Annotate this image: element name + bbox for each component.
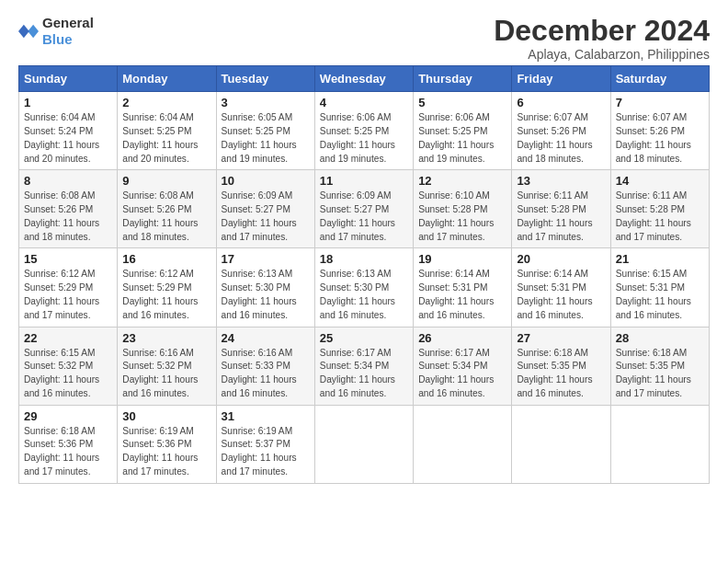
header: General Blue December 2024 Aplaya, Calab… — [18, 15, 710, 62]
logo-icon — [18, 21, 39, 41]
calendar-week-row: 8Sunrise: 6:08 AMSunset: 5:26 PMDaylight… — [19, 170, 710, 248]
day-number: 20 — [517, 252, 605, 266]
calendar-cell — [610, 405, 709, 483]
calendar-cell: 19Sunrise: 6:14 AMSunset: 5:31 PMDayligh… — [414, 248, 512, 327]
calendar-cell — [414, 405, 512, 483]
day-detail: Sunrise: 6:18 AMSunset: 5:36 PMDaylight:… — [24, 425, 112, 479]
day-number: 12 — [418, 174, 506, 188]
day-detail: Sunrise: 6:17 AMSunset: 5:34 PMDaylight:… — [320, 347, 408, 401]
day-number: 7 — [616, 96, 704, 109]
day-number: 16 — [122, 252, 210, 266]
calendar-cell: 20Sunrise: 6:14 AMSunset: 5:31 PMDayligh… — [512, 248, 610, 327]
day-detail: Sunrise: 6:15 AMSunset: 5:32 PMDaylight:… — [24, 347, 112, 401]
day-detail: Sunrise: 6:09 AMSunset: 5:27 PMDaylight:… — [222, 190, 310, 244]
day-detail: Sunrise: 6:16 AMSunset: 5:33 PMDaylight:… — [222, 347, 310, 401]
day-number: 5 — [418, 96, 506, 109]
calendar-cell: 23Sunrise: 6:16 AMSunset: 5:32 PMDayligh… — [118, 327, 216, 405]
calendar-cell: 22Sunrise: 6:15 AMSunset: 5:32 PMDayligh… — [19, 327, 118, 405]
day-detail: Sunrise: 6:11 AMSunset: 5:28 PMDaylight:… — [517, 190, 605, 244]
day-detail: Sunrise: 6:19 AMSunset: 5:36 PMDaylight:… — [122, 425, 210, 479]
calendar-cell: 7Sunrise: 6:07 AMSunset: 5:26 PMDaylight… — [610, 92, 709, 170]
day-number: 14 — [616, 174, 704, 188]
day-number: 1 — [24, 96, 112, 109]
day-number: 10 — [222, 174, 310, 188]
day-number: 3 — [222, 96, 310, 109]
day-number: 29 — [24, 409, 112, 423]
calendar-cell: 26Sunrise: 6:17 AMSunset: 5:34 PMDayligh… — [414, 327, 512, 405]
calendar-cell: 30Sunrise: 6:19 AMSunset: 5:36 PMDayligh… — [118, 405, 216, 483]
logo: General Blue — [18, 15, 94, 48]
title-block: December 2024 Aplaya, Calabarzon, Philip… — [494, 15, 710, 62]
month-title: December 2024 — [494, 15, 710, 47]
calendar-cell: 10Sunrise: 6:09 AMSunset: 5:27 PMDayligh… — [216, 170, 314, 248]
header-thursday: Thursday — [414, 66, 512, 92]
header-friday: Friday — [512, 66, 610, 92]
day-number: 19 — [418, 252, 506, 266]
day-number: 31 — [222, 409, 310, 423]
location-subtitle: Aplaya, Calabarzon, Philippines — [494, 47, 710, 62]
calendar-cell: 13Sunrise: 6:11 AMSunset: 5:28 PMDayligh… — [512, 170, 610, 248]
day-number: 26 — [418, 331, 506, 345]
calendar-cell: 17Sunrise: 6:13 AMSunset: 5:30 PMDayligh… — [216, 248, 314, 327]
header-tuesday: Tuesday — [216, 66, 314, 92]
day-detail: Sunrise: 6:11 AMSunset: 5:28 PMDaylight:… — [616, 190, 704, 244]
calendar-cell: 9Sunrise: 6:08 AMSunset: 5:26 PMDaylight… — [118, 170, 216, 248]
day-detail: Sunrise: 6:17 AMSunset: 5:34 PMDaylight:… — [418, 347, 506, 401]
calendar-week-row: 1Sunrise: 6:04 AMSunset: 5:24 PMDaylight… — [19, 92, 710, 170]
day-detail: Sunrise: 6:18 AMSunset: 5:35 PMDaylight:… — [517, 347, 605, 401]
day-detail: Sunrise: 6:12 AMSunset: 5:29 PMDaylight:… — [24, 268, 112, 322]
calendar-cell: 14Sunrise: 6:11 AMSunset: 5:28 PMDayligh… — [610, 170, 709, 248]
calendar-week-row: 29Sunrise: 6:18 AMSunset: 5:36 PMDayligh… — [19, 405, 710, 483]
calendar-cell: 1Sunrise: 6:04 AMSunset: 5:24 PMDaylight… — [19, 92, 118, 170]
day-number: 17 — [222, 252, 310, 266]
header-wednesday: Wednesday — [314, 66, 413, 92]
calendar-cell: 5Sunrise: 6:06 AMSunset: 5:25 PMDaylight… — [414, 92, 512, 170]
header-monday: Monday — [118, 66, 216, 92]
day-number: 4 — [320, 96, 408, 109]
day-detail: Sunrise: 6:15 AMSunset: 5:31 PMDaylight:… — [616, 268, 704, 322]
day-detail: Sunrise: 6:13 AMSunset: 5:30 PMDaylight:… — [222, 268, 310, 322]
calendar-cell: 27Sunrise: 6:18 AMSunset: 5:35 PMDayligh… — [512, 327, 610, 405]
calendar-cell: 15Sunrise: 6:12 AMSunset: 5:29 PMDayligh… — [19, 248, 118, 327]
day-number: 21 — [616, 252, 704, 266]
day-number: 15 — [24, 252, 112, 266]
day-detail: Sunrise: 6:06 AMSunset: 5:25 PMDaylight:… — [418, 111, 506, 166]
day-number: 23 — [122, 331, 210, 345]
calendar-cell: 8Sunrise: 6:08 AMSunset: 5:26 PMDaylight… — [19, 170, 118, 248]
calendar-week-row: 15Sunrise: 6:12 AMSunset: 5:29 PMDayligh… — [19, 248, 710, 327]
day-detail: Sunrise: 6:18 AMSunset: 5:35 PMDaylight:… — [616, 347, 704, 401]
calendar-cell: 24Sunrise: 6:16 AMSunset: 5:33 PMDayligh… — [216, 327, 314, 405]
header-sunday: Sunday — [19, 66, 118, 92]
calendar-cell: 16Sunrise: 6:12 AMSunset: 5:29 PMDayligh… — [118, 248, 216, 327]
day-number: 27 — [517, 331, 605, 345]
day-number: 30 — [122, 409, 210, 423]
calendar-cell: 2Sunrise: 6:04 AMSunset: 5:25 PMDaylight… — [118, 92, 216, 170]
calendar-cell — [512, 405, 610, 483]
logo-blue: Blue — [42, 31, 73, 47]
logo-text: General Blue — [42, 15, 94, 48]
day-number: 8 — [24, 174, 112, 188]
day-detail: Sunrise: 6:14 AMSunset: 5:31 PMDaylight:… — [517, 268, 605, 322]
day-number: 28 — [616, 331, 704, 345]
day-detail: Sunrise: 6:05 AMSunset: 5:25 PMDaylight:… — [222, 111, 310, 166]
calendar-cell: 18Sunrise: 6:13 AMSunset: 5:30 PMDayligh… — [314, 248, 413, 327]
day-detail: Sunrise: 6:16 AMSunset: 5:32 PMDaylight:… — [122, 347, 210, 401]
calendar-cell: 3Sunrise: 6:05 AMSunset: 5:25 PMDaylight… — [216, 92, 314, 170]
day-detail: Sunrise: 6:04 AMSunset: 5:24 PMDaylight:… — [24, 111, 112, 166]
logo-general: General — [42, 15, 94, 30]
day-number: 18 — [320, 252, 408, 266]
day-detail: Sunrise: 6:19 AMSunset: 5:37 PMDaylight:… — [222, 425, 310, 479]
calendar-cell: 29Sunrise: 6:18 AMSunset: 5:36 PMDayligh… — [19, 405, 118, 483]
day-detail: Sunrise: 6:07 AMSunset: 5:26 PMDaylight:… — [616, 111, 704, 166]
day-number: 13 — [517, 174, 605, 188]
day-number: 11 — [320, 174, 408, 188]
calendar-week-row: 22Sunrise: 6:15 AMSunset: 5:32 PMDayligh… — [19, 327, 710, 405]
day-number: 25 — [320, 331, 408, 345]
page: General Blue December 2024 Aplaya, Calab… — [0, 0, 728, 563]
day-detail: Sunrise: 6:08 AMSunset: 5:26 PMDaylight:… — [122, 190, 210, 244]
day-number: 2 — [122, 96, 210, 109]
day-detail: Sunrise: 6:10 AMSunset: 5:28 PMDaylight:… — [418, 190, 506, 244]
day-detail: Sunrise: 6:09 AMSunset: 5:27 PMDaylight:… — [320, 190, 408, 244]
svg-marker-0 — [28, 25, 39, 39]
calendar-cell: 21Sunrise: 6:15 AMSunset: 5:31 PMDayligh… — [610, 248, 709, 327]
